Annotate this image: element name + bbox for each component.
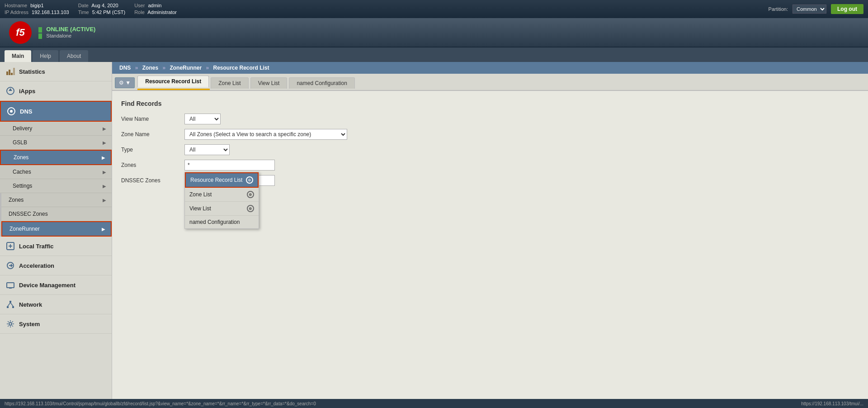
sidebar-item-device-management[interactable]: Device Management — [0, 275, 112, 295]
tab-underline — [137, 89, 210, 90]
hostname-label: Hostname — [5, 3, 27, 8]
type-row: Type All — [121, 144, 859, 155]
datetime-info: Date Aug 4, 2020 Time 5:42 PM (CST) — [78, 2, 125, 16]
top-bar: Hostname bigip1 IP Address 192.168.113.1… — [0, 0, 868, 18]
zone-name-select[interactable]: All Zones (Select a View to search a spe… — [184, 129, 347, 140]
dns-icon — [6, 106, 16, 116]
sidebar-item-dns[interactable]: DNS — [0, 101, 112, 122]
zones-zones-arrow: ▶ — [103, 198, 106, 203]
zones-submenu-inline: Zones ▶ DNSSEC Zones ZoneRunner ▶ — [0, 193, 112, 237]
tab-about[interactable]: About — [60, 50, 88, 62]
user-info: User admin Role Administrator — [134, 2, 177, 16]
submenu-zones-zones[interactable]: Zones ▶ — [1, 193, 112, 207]
flyout-named-configuration[interactable]: named Configuration — [185, 216, 259, 228]
dnssec-zones-label: DNSSEC Zones — [121, 177, 184, 184]
flyout-zl-circle-icon: ⊕ — [247, 191, 254, 198]
tab-help[interactable]: Help — [33, 50, 58, 62]
sidebar-item-network[interactable]: Network — [0, 295, 112, 314]
type-select[interactable]: All — [184, 144, 230, 155]
breadcrumb-zones: Zones — [142, 65, 158, 71]
tab-named-configuration[interactable]: named Configuration — [289, 77, 354, 89]
system-icon — [5, 319, 15, 329]
submenu-dnssec-zones[interactable]: DNSSEC Zones — [1, 207, 112, 221]
submenu-zonerunner[interactable]: ZoneRunner ▶ — [1, 221, 112, 237]
svg-rect-13 — [12, 306, 14, 308]
sidebar-item-local-traffic[interactable]: Local Traffic — [0, 237, 112, 256]
svg-point-16 — [9, 323, 12, 325]
zonerunner-arrow: ▶ — [102, 227, 105, 232]
dns-label: DNS — [20, 108, 105, 115]
tab-resource-record-list[interactable]: Resource Record List — [137, 76, 209, 88]
app-header: f5 ONLINE (ACTIVE) Standalone — [0, 18, 868, 47]
chart-icon — [5, 66, 15, 76]
status-bar: https://192.168.113.103/tmui/Control/jsp… — [0, 399, 868, 408]
content-area: DNS » Zones » ZoneRunner » Resource Reco… — [112, 62, 868, 399]
accel-icon — [5, 261, 15, 270]
sidebar-item-acceleration[interactable]: Acceleration — [0, 256, 112, 275]
zone-name-row: Zone Name All Zones (Select a View to se… — [121, 129, 859, 140]
breadcrumb-resource-record-list: Resource Record List — [213, 65, 269, 71]
flyout-resource-record-list[interactable]: Resource Record List ⊕ — [185, 172, 259, 188]
sidebar-item-statistics[interactable]: Statistics — [0, 62, 112, 81]
role-label: Role — [134, 9, 145, 15]
submenu-delivery[interactable]: Delivery ▶ — [0, 122, 112, 136]
iapps-icon — [5, 86, 15, 96]
logout-button[interactable]: Log out — [831, 4, 863, 14]
tab-main[interactable]: Main — [5, 50, 31, 62]
status-indicator-2 — [38, 33, 42, 39]
device-icon — [5, 280, 15, 290]
system-label: System — [19, 321, 106, 327]
flyout-view-list[interactable]: View List ⊕ — [185, 202, 259, 216]
system-info: Hostname bigip1 IP Address 192.168.113.1… — [5, 2, 177, 16]
svg-rect-10 — [9, 288, 12, 289]
flyout-rrl-circle-icon: ⊕ — [246, 176, 253, 184]
nav-tabs: Main Help About — [0, 47, 868, 62]
tab-view-list[interactable]: View List — [250, 77, 288, 89]
user-label: User — [134, 3, 145, 8]
zone-name-label: Zone Name — [121, 131, 184, 138]
time-label: Time — [78, 9, 89, 15]
view-name-select[interactable]: All — [184, 114, 221, 124]
role-value: Administrator — [147, 9, 177, 15]
flyout-nc-label: named Configuration — [189, 219, 240, 225]
svg-line-15 — [10, 303, 13, 306]
svg-rect-2 — [11, 73, 13, 75]
traffic-icon — [5, 241, 15, 251]
submenu-gslb[interactable]: GSLB ▶ — [0, 136, 112, 150]
zonerunner-flyout: Resource Record List ⊕ Zone List ⊕ View … — [184, 172, 259, 229]
breadcrumb-dns: DNS — [119, 65, 131, 71]
status-indicator — [38, 27, 42, 33]
svg-line-14 — [8, 303, 10, 306]
main-layout: Statistics iApps DNS — [0, 62, 868, 399]
date-value: Aug 4, 2020 — [91, 3, 118, 8]
view-name-row: View Name All — [121, 114, 859, 124]
svg-rect-11 — [9, 301, 11, 303]
hostname-info: Hostname bigip1 IP Address 192.168.113.1… — [5, 2, 69, 16]
partition-select[interactable]: Common — [793, 5, 826, 14]
breadcrumb-zonerunner: ZoneRunner — [170, 65, 202, 71]
local-traffic-label: Local Traffic — [19, 243, 106, 250]
zones-input-row: Zones — [121, 160, 859, 171]
svg-rect-3 — [13, 68, 15, 75]
sidebar: Statistics iApps DNS — [0, 62, 112, 399]
flyout-zone-list[interactable]: Zone List ⊕ — [185, 188, 259, 202]
sidebar-item-iapps[interactable]: iApps — [0, 81, 112, 101]
tab-zone-list[interactable]: Zone List — [211, 77, 248, 89]
svg-rect-0 — [6, 71, 8, 75]
zones-input[interactable] — [184, 160, 275, 171]
breadcrumb: DNS » Zones » ZoneRunner » Resource Reco… — [112, 62, 868, 74]
flyout-vl-label: View List — [189, 205, 211, 212]
find-records-title: Find Records — [121, 100, 859, 107]
view-name-label: View Name — [121, 116, 184, 122]
submenu-caches[interactable]: Caches ▶ — [0, 165, 112, 179]
flyout-rrl-label: Resource Record List — [190, 177, 242, 183]
submenu-settings[interactable]: Settings ▶ — [0, 179, 112, 193]
ip-value: 192.168.113.103 — [32, 9, 69, 15]
submenu-zones[interactable]: Zones ▶ — [0, 150, 112, 165]
sidebar-item-system[interactable]: System — [0, 314, 112, 334]
ip-label: IP Address — [5, 9, 28, 15]
find-records-section: Find Records View Name All Zone Name All… — [112, 91, 868, 399]
dns-submenu: Delivery ▶ GSLB ▶ Zones ▶ Caches ▶ Setti… — [0, 122, 112, 193]
gear-button[interactable]: ⚙ ▼ — [115, 77, 135, 88]
gslb-arrow: ▶ — [103, 140, 106, 145]
